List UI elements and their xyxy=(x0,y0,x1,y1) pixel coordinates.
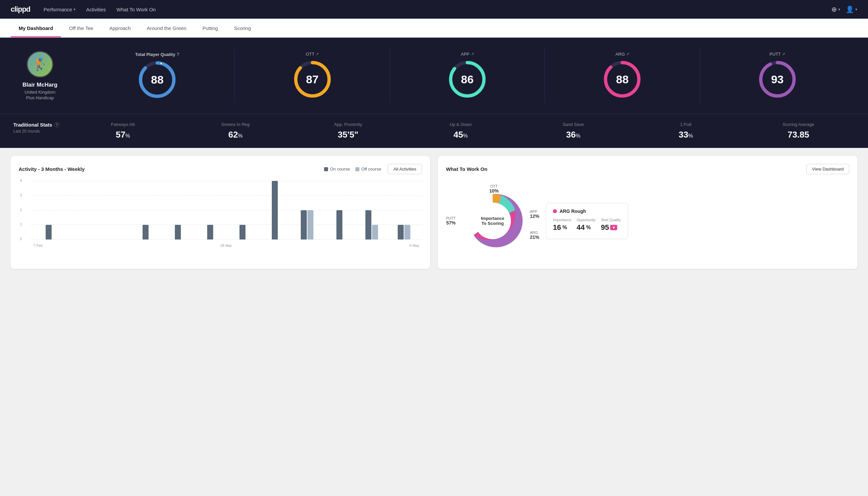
stat-fairways-hit: Fairways Hit 57% xyxy=(67,122,179,140)
bar-group xyxy=(33,225,64,239)
tab-scoring[interactable]: Scoring xyxy=(226,19,259,37)
all-activities-button[interactable]: All Activities xyxy=(388,164,422,174)
main-content: Activity - 3 Months - Weekly On course O… xyxy=(0,148,868,277)
ott-ring: 87 xyxy=(293,59,332,99)
player-info: 🏌️ Blair McHarg United Kingdom Plus Hand… xyxy=(13,51,67,100)
ott-label: OTT ↗ xyxy=(306,52,319,57)
plus-circle-icon: ⊕ xyxy=(831,5,837,13)
importance-label: Importance xyxy=(553,218,571,222)
bar-on-course xyxy=(143,225,148,239)
bar-group xyxy=(66,239,96,239)
nav-activities[interactable]: Activities xyxy=(86,7,106,12)
stat-sand-save: Sand Save 36% xyxy=(517,122,630,140)
bar-group xyxy=(195,225,225,239)
bar-empty xyxy=(78,239,84,239)
tab-putting[interactable]: Putting xyxy=(194,19,226,37)
wtwo-title: What To Work On xyxy=(446,166,487,172)
flag-icon: ▼ xyxy=(610,225,617,230)
add-button[interactable]: ⊕ ▾ xyxy=(831,5,840,13)
stat-fairways-hit-value: 57% xyxy=(67,129,179,140)
bar-group xyxy=(325,210,355,239)
logo-text2: d xyxy=(26,5,30,13)
stats-title: Traditional Stats ? xyxy=(13,122,67,128)
donut-center-line1: Importance xyxy=(481,216,504,221)
stat-up-down-value: 45% xyxy=(404,129,517,140)
hero-section: 🏌️ Blair McHarg United Kingdom Plus Hand… xyxy=(0,37,868,113)
legend-on-course: On course xyxy=(324,167,350,172)
arg-metric-importance: Importance 16% xyxy=(553,218,571,232)
bar-chart: 4 3 2 1 0 7 Feb 28 Mar 9 May xyxy=(19,181,422,248)
nav-what-to-work-on[interactable]: What To Work On xyxy=(116,7,156,12)
score-ott: OTT ↗ 87 xyxy=(235,48,389,103)
on-course-dot xyxy=(324,167,328,171)
logo-text1: clipp xyxy=(11,5,26,13)
stat-greens-in-reg: Greens In Reg 62% xyxy=(179,122,292,140)
bar-on-course xyxy=(301,210,307,239)
bar-group xyxy=(227,225,257,239)
user-icon: 👤 xyxy=(846,5,854,13)
arg-label: ARG ↗ xyxy=(616,52,629,57)
arg-label-ext: ARG 21% xyxy=(530,231,539,240)
arg-pct: 21% xyxy=(530,234,539,240)
x-label-mar: 28 Mar xyxy=(220,244,232,248)
stat-fairways-hit-label: Fairways Hit xyxy=(67,122,179,127)
tab-around-the-green[interactable]: Around the Green xyxy=(139,19,194,37)
view-dashboard-button[interactable]: View Dashboard xyxy=(806,164,849,174)
activity-chart-title: Activity - 3 Months - Weekly xyxy=(19,166,84,172)
score-putt: PUTT ↗ 93 xyxy=(700,48,855,103)
help-icon[interactable]: ? xyxy=(54,122,60,128)
stat-app-proximity-label: App. Proximity xyxy=(292,122,404,127)
top-navigation: clippd Performance ▾ Activities What To … xyxy=(0,0,868,19)
score-app: APP ↗ 86 xyxy=(390,48,545,103)
player-name: Blair McHarg xyxy=(23,82,58,88)
bar-group xyxy=(162,225,193,239)
tab-my-dashboard[interactable]: My Dashboard xyxy=(11,19,61,37)
arg-metric-opportunity: Opportunity 44% xyxy=(577,218,596,232)
nav-performance[interactable]: Performance ▾ xyxy=(44,7,76,12)
bar-group xyxy=(292,210,322,239)
x-label-may: 9 May xyxy=(409,244,419,248)
ott-label-ext: OTT 10% xyxy=(489,184,499,193)
bar-on-course xyxy=(239,225,246,239)
brand-logo[interactable]: clippd xyxy=(11,5,30,14)
putt-ring: 93 xyxy=(757,59,798,99)
avatar-image: 🏌️ xyxy=(33,57,48,71)
bar-on-course xyxy=(336,210,343,239)
bar-group xyxy=(357,210,387,239)
arrow-icon: ↗ xyxy=(316,52,319,56)
tabs-bar: My Dashboard Off the Tee Approach Around… xyxy=(0,19,868,37)
stat-1-putt: 1 Putt 33% xyxy=(630,122,742,140)
bar-off-course xyxy=(372,225,378,239)
arg-metrics: Importance 16% Opportunity 44% Shot Qual… xyxy=(553,218,621,232)
putt-pct: 57% xyxy=(446,220,456,226)
stat-sand-save-label: Sand Save xyxy=(517,122,630,127)
opportunity-label: Opportunity xyxy=(577,218,596,222)
bar-group xyxy=(130,225,160,239)
app-score-value: 86 xyxy=(461,73,474,86)
tab-approach[interactable]: Approach xyxy=(101,19,139,37)
bar-on-course xyxy=(272,181,278,239)
putt-score-value: 93 xyxy=(771,73,784,86)
scores-section: Total Player Quality ? 88 OTT ↗ xyxy=(80,48,855,103)
total-ring: 88 xyxy=(137,60,177,99)
chart-legend: On course Off course xyxy=(324,167,381,172)
stats-row: Traditional Stats ? Last 20 rounds Fairw… xyxy=(0,113,868,148)
bar-empty xyxy=(110,239,116,239)
arrow-icon: ↗ xyxy=(782,52,785,56)
tab-off-the-tee[interactable]: Off the Tee xyxy=(61,19,101,37)
arg-card-header: ARG Rough xyxy=(553,208,621,214)
stat-up-down-label: Up & Down xyxy=(404,122,517,127)
arg-card-dot xyxy=(553,209,557,213)
stats-label-block: Traditional Stats ? Last 20 rounds xyxy=(13,122,67,134)
user-menu-button[interactable]: 👤 ▾ xyxy=(846,5,857,13)
help-icon[interactable]: ? xyxy=(176,52,179,57)
x-axis-labels: 7 Feb 28 Mar 9 May xyxy=(31,244,422,248)
wtwo-inner: Importance To Scoring PUTT 57% OTT 10% A… xyxy=(446,181,849,261)
donut-chart: Importance To Scoring PUTT 57% OTT 10% A… xyxy=(446,181,539,261)
x-label-feb: 7 Feb xyxy=(33,244,43,248)
nav-links: Performance ▾ Activities What To Work On xyxy=(44,7,156,12)
arrow-icon: ↗ xyxy=(471,52,474,56)
shot-quality-label: Shot Quality xyxy=(601,218,621,222)
bar-on-course xyxy=(365,210,372,239)
arg-ring: 88 xyxy=(602,59,642,99)
